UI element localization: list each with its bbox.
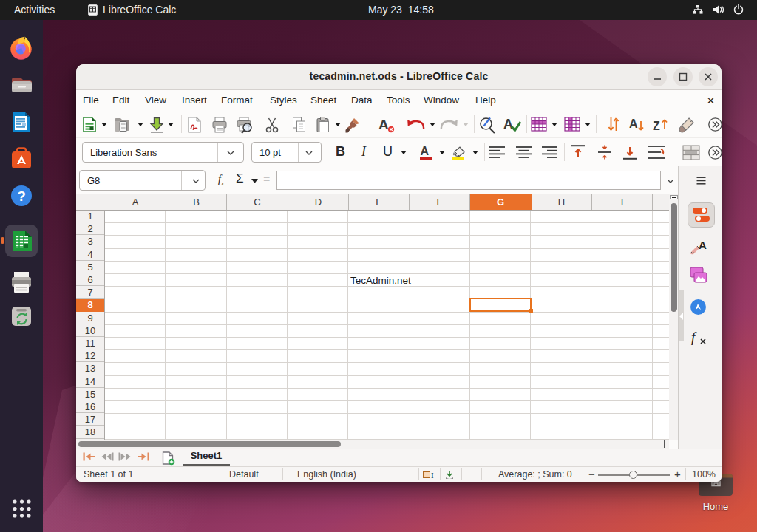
svg-text:A: A [421,145,430,157]
svg-text:A: A [629,117,638,130]
svg-text:A: A [378,117,389,132]
svg-text:A: A [699,239,707,251]
svg-text:?: ? [17,188,26,204]
svg-text:Z: Z [653,120,660,132]
svg-text:f: f [691,330,697,345]
svg-text:I: I [431,471,434,479]
svg-text:A: A [503,117,513,132]
